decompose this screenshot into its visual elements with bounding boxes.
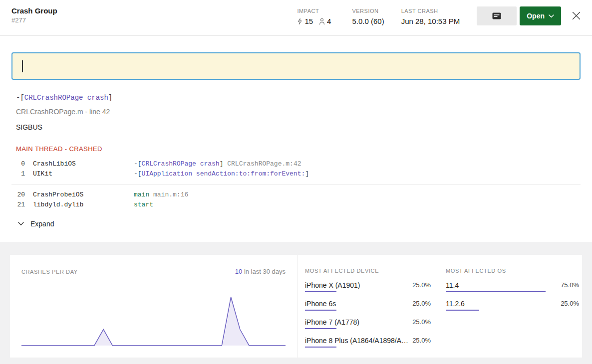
lightning-icon (297, 18, 302, 25)
crash-location: CRLCrashROPage.m - line 42 (16, 107, 581, 117)
device-percent-bar (305, 291, 336, 292)
frame-symbol: start (134, 200, 581, 210)
open-status-button[interactable]: Open (520, 6, 561, 25)
most-affected-device-panel: MOST AFFECTED DEVICE iPhone X (A1901) 25… (297, 255, 438, 358)
stats-card: CRASHES PER DAY 10 in last 30 days MOST … (10, 255, 582, 358)
frame-symbol: -[UIApplication sendAction:to:from:forEv… (134, 169, 581, 179)
frame-index: 20 (16, 190, 25, 200)
os-percent-bar (446, 310, 479, 311)
crash-detail: -[CRLCrashROPage crash] CRLCrashROPage.m… (0, 36, 592, 242)
notes-button[interactable] (477, 6, 517, 25)
frame-symbol: main main.m:16 (134, 190, 581, 200)
stack-frame-row: 21 libdyld.dylib start (11, 200, 581, 210)
frame-index: 1 (16, 169, 25, 179)
stats-section: CRASHES PER DAY 10 in last 30 days MOST … (0, 242, 592, 364)
stack-frame-row: 0 CrashLibiOS -[CRLCrashROPage crash] CR… (11, 159, 581, 169)
impact-values: 15 4 (297, 17, 335, 25)
frame-index: 0 (16, 159, 25, 169)
topbar-right: IMPACT 15 4 VERSION 5.0.0 (60) (297, 6, 581, 25)
impact-stat: IMPACT 15 4 (297, 6, 335, 25)
os-percent: 75.0% (561, 281, 579, 290)
last-crash-label: LAST CRASH (401, 8, 460, 14)
os-row: 11.4 75.0% (446, 281, 579, 292)
stack-frames: 0 CrashLibiOS -[CRLCrashROPage crash] CR… (11, 159, 581, 210)
crash-signal: SIGBUS (16, 123, 581, 132)
most-affected-os-label: MOST AFFECTED OS (446, 268, 579, 274)
chart-header: CRASHES PER DAY 10 in last 30 days (21, 268, 286, 275)
last-crash-value: Jun 28, 10:53 PM (401, 17, 460, 25)
frame-module: CrashProbeiOS (33, 190, 134, 200)
os-percent-bar (446, 291, 546, 292)
device-name: iPhone 8 Plus (A1864/A1898/A… (305, 336, 408, 345)
frame-symbol: -[CRLCrashROPage crash] CRLCrashROPage.m… (134, 159, 581, 169)
frame-module: CrashLibiOS (33, 159, 134, 169)
user-icon (319, 18, 325, 25)
device-name: iPhone 7 (A1778) (305, 318, 359, 327)
notes-icon (492, 12, 501, 19)
os-percent: 25.0% (561, 299, 579, 308)
chevron-down-icon (18, 222, 24, 226)
chart-total: 10 in last 30 days (235, 268, 286, 275)
os-name: 11.2.6 (446, 299, 465, 308)
last-crash-stat: LAST CRASH Jun 28, 10:53 PM (401, 6, 460, 25)
expand-control[interactable]: Expand (18, 220, 54, 228)
expand-label: Expand (30, 220, 54, 228)
device-percent-bar (305, 347, 336, 348)
frame-module: libdyld.dylib (33, 200, 134, 210)
device-percent: 25.0% (412, 318, 431, 327)
frame-module: UIKit (33, 169, 134, 179)
device-percent-bar (305, 310, 336, 311)
impact-label: IMPACT (297, 8, 335, 14)
most-affected-device-label: MOST AFFECTED DEVICE (305, 268, 431, 274)
crash-count-suffix: in last 30 days (242, 268, 286, 275)
device-name: iPhone X (A1901) (305, 281, 360, 290)
impact-crash-count: 15 (304, 17, 313, 25)
device-percent-bar (305, 328, 336, 329)
device-percent: 25.0% (412, 336, 431, 345)
thread-title: MAIN THREAD - CRASHED (16, 145, 581, 153)
stack-frame-row: 1 UIKit -[UIApplication sendAction:to:fr… (11, 169, 581, 179)
version-label: VERSION (352, 8, 384, 14)
frames-divider (11, 184, 581, 185)
version-value: 5.0.0 (60) (352, 17, 384, 25)
close-icon[interactable] (572, 11, 581, 20)
device-percent: 25.0% (412, 299, 431, 308)
device-row: iPhone 8 Plus (A1864/A1898/A… 25.0% (305, 336, 431, 348)
crash-signature: -[CRLCrashROPage crash] (16, 93, 581, 103)
text-caret (22, 60, 23, 72)
topbar: Crash Group #277 IMPACT 15 4 (0, 0, 592, 36)
crashes-per-day-panel: CRASHES PER DAY 10 in last 30 days (10, 255, 297, 358)
frame-index: 21 (16, 200, 25, 210)
page-title: Crash Group (11, 6, 57, 15)
device-percent: 25.0% (412, 281, 431, 290)
version-stat: VERSION 5.0.0 (60) (352, 6, 384, 25)
crashes-per-day-label: CRASHES PER DAY (21, 269, 78, 275)
stack-frame-row: 20 CrashProbeiOS main main.m:16 (11, 190, 581, 200)
chart-area (21, 297, 286, 346)
crash-group-id: #277 (11, 16, 57, 24)
device-row: iPhone 6s 25.0% (305, 299, 431, 311)
most-affected-os-panel: MOST AFFECTED OS 11.4 75.0% 11.2.6 25.0% (438, 255, 592, 358)
device-name: iPhone 6s (305, 299, 336, 308)
os-row: 11.2.6 25.0% (446, 299, 579, 311)
crash-group-page: Crash Group #277 IMPACT 15 4 (0, 0, 592, 364)
note-input[interactable] (11, 52, 581, 80)
crash-count-30d: 10 (235, 268, 242, 275)
chart-line (21, 297, 286, 346)
crashes-per-day-chart (21, 278, 286, 347)
device-row: iPhone X (A1901) 25.0% (305, 281, 431, 292)
device-row: iPhone 7 (A1778) 25.0% (305, 318, 431, 329)
open-status-label: Open (527, 12, 545, 20)
impact-user-count: 4 (327, 17, 331, 25)
os-name: 11.4 (446, 281, 459, 290)
chevron-down-icon (549, 14, 554, 18)
topbar-left: Crash Group #277 (11, 6, 57, 24)
